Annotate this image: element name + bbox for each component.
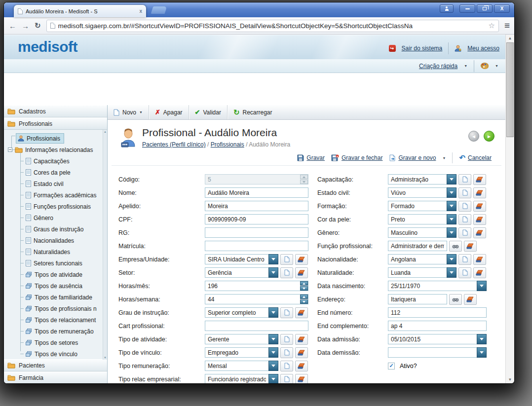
new-record-button[interactable] xyxy=(458,227,471,238)
bookmark-star-icon[interactable]: ☆ xyxy=(488,21,494,30)
horas-mes-spinner[interactable] xyxy=(205,281,308,291)
sidebar-section-profissionais[interactable]: Profissionais xyxy=(4,117,107,130)
tree-item[interactable]: Tipos de familiaridade xyxy=(4,292,107,303)
validate-button[interactable]: ✔ Validar xyxy=(189,105,227,119)
new-record-button[interactable] xyxy=(458,174,471,185)
next-record-button[interactable]: ► xyxy=(484,131,494,142)
restore-button[interactable] xyxy=(477,4,493,13)
new-button[interactable]: Novo ▼ xyxy=(108,105,149,119)
tree-item[interactable]: Cores da pele xyxy=(4,167,107,178)
funcao-profissional-lookup[interactable] xyxy=(388,241,447,251)
new-record-button[interactable] xyxy=(458,187,471,198)
lookup-button[interactable] xyxy=(449,294,462,305)
clear-button[interactable] xyxy=(464,241,477,252)
dropdown-button[interactable] xyxy=(268,334,278,344)
setor-combo[interactable] xyxy=(205,267,268,278)
quick-create-dropdown-icon[interactable]: ▼ xyxy=(464,64,467,68)
new-record-button[interactable] xyxy=(458,201,471,212)
tree-item[interactable]: Graus de instrução xyxy=(4,223,107,235)
ativo-checkbox[interactable]: ✓ xyxy=(388,363,395,369)
tab-close-icon[interactable]: x xyxy=(139,8,142,14)
new-record-button[interactable] xyxy=(280,361,293,371)
save-and-close-button[interactable]: x Gravar e fechar xyxy=(331,154,382,161)
sidebar-section-cadastros[interactable]: Cadastros xyxy=(4,105,107,117)
clear-button[interactable] xyxy=(295,307,308,318)
clear-button[interactable] xyxy=(295,374,308,384)
spinner-buttons[interactable] xyxy=(300,295,308,304)
dropdown-button[interactable] xyxy=(447,227,456,238)
genero-combo[interactable] xyxy=(388,227,447,238)
end-numero-input[interactable] xyxy=(388,307,487,318)
back-icon[interactable]: ← xyxy=(9,22,16,30)
sidebar-section-pacientes[interactable]: Pacientes xyxy=(4,359,107,371)
theme-dropdown-icon[interactable]: ▼ xyxy=(495,64,498,68)
horas-semana-spinner[interactable] xyxy=(205,294,308,304)
spinner-buttons[interactable] xyxy=(300,281,308,291)
rg-input[interactable] xyxy=(205,227,308,238)
collapse-icon[interactable] xyxy=(8,148,12,152)
dropdown-button[interactable] xyxy=(477,347,487,358)
tree-item[interactable]: Capacitações xyxy=(4,155,107,167)
breadcrumb-link-profissionais[interactable]: Profissionais xyxy=(211,141,244,148)
naturalidade-combo[interactable] xyxy=(388,267,447,278)
dropdown-button[interactable] xyxy=(447,187,456,198)
url-text[interactable]: medisoft.sigaerp.com.br/#ShortcutViewID=… xyxy=(58,22,486,30)
tipo-atividade-combo[interactable] xyxy=(205,334,268,344)
nome-input[interactable] xyxy=(205,187,308,198)
close-button[interactable]: X xyxy=(494,4,510,13)
save-options-dropdown-icon[interactable]: ▼ xyxy=(442,156,446,160)
theme-palette-icon[interactable] xyxy=(481,63,489,69)
capacitacao-combo[interactable] xyxy=(388,174,447,185)
tree-item[interactable]: Tipos de ausência xyxy=(4,280,107,292)
scroll-down-icon[interactable]: ▼ xyxy=(103,356,107,359)
scrollbar-thumb[interactable] xyxy=(506,42,514,137)
nacionalidade-combo[interactable] xyxy=(388,254,447,264)
endereco-lookup[interactable] xyxy=(388,294,447,304)
address-bar[interactable]: medisoft.sigaerp.com.br/#ShortcutViewID=… xyxy=(46,20,499,32)
delete-button[interactable]: ✗ Apagar xyxy=(149,105,189,119)
new-record-button[interactable] xyxy=(458,267,471,278)
logout-link[interactable]: Sair do sistema xyxy=(402,45,443,52)
end-complemento-input[interactable] xyxy=(388,321,487,331)
tree-item[interactable]: Tipos de profissionais n xyxy=(4,303,107,314)
tree-item[interactable]: Funções profissionais xyxy=(4,201,107,212)
data-demissao-date[interactable] xyxy=(388,347,477,358)
cancel-button[interactable]: ↶ Cancelar xyxy=(459,153,492,162)
breadcrumb-link-pacientes[interactable]: Pacientes (Perfil clínico) xyxy=(142,141,206,148)
previous-record-button[interactable]: ◄ xyxy=(468,131,479,142)
cart-profissional-input[interactable] xyxy=(205,321,308,331)
dropdown-button[interactable] xyxy=(268,267,278,278)
formacao-combo[interactable] xyxy=(388,201,447,211)
new-dropdown-icon[interactable]: ▼ xyxy=(139,111,143,114)
dropdown-button[interactable] xyxy=(447,267,456,278)
profile-button[interactable] xyxy=(440,4,454,13)
dropdown-button[interactable] xyxy=(268,307,278,318)
clear-button[interactable] xyxy=(464,294,477,305)
dropdown-button[interactable] xyxy=(447,174,456,185)
tipo-relac-empresarial-combo[interactable] xyxy=(205,374,268,383)
data-admissao-date[interactable] xyxy=(388,334,477,344)
grau-instrucao-combo[interactable] xyxy=(205,307,268,318)
my-access-link[interactable]: Meu acesso xyxy=(467,45,499,52)
tree-item[interactable]: Tipos de relacionament xyxy=(4,314,107,326)
new-record-button[interactable] xyxy=(280,347,293,358)
scroll-down-icon[interactable]: ▼ xyxy=(506,377,514,382)
dropdown-button[interactable] xyxy=(447,254,456,264)
clear-button[interactable] xyxy=(295,267,308,278)
tree-item[interactable]: Setores funcionais xyxy=(4,258,107,269)
new-record-button[interactable] xyxy=(280,334,293,345)
scroll-up-icon[interactable]: ▲ xyxy=(103,130,107,133)
scroll-up-icon[interactable]: ▲ xyxy=(506,36,514,40)
empresa-unidade-combo[interactable] xyxy=(205,254,268,264)
tree-item[interactable]: Naturalidades xyxy=(4,246,107,258)
new-record-button[interactable] xyxy=(280,267,293,278)
new-record-button[interactable] xyxy=(458,214,471,225)
sidebar-section-farmacia[interactable]: Farmácia xyxy=(4,371,107,383)
matricula-input[interactable] xyxy=(205,241,308,251)
dropdown-button[interactable] xyxy=(268,347,278,358)
dropdown-button[interactable] xyxy=(447,214,456,224)
tipo-vinculo-combo[interactable] xyxy=(205,347,268,358)
clear-button[interactable] xyxy=(473,174,486,185)
dropdown-button[interactable] xyxy=(477,281,487,291)
minimize-button[interactable] xyxy=(459,4,475,13)
